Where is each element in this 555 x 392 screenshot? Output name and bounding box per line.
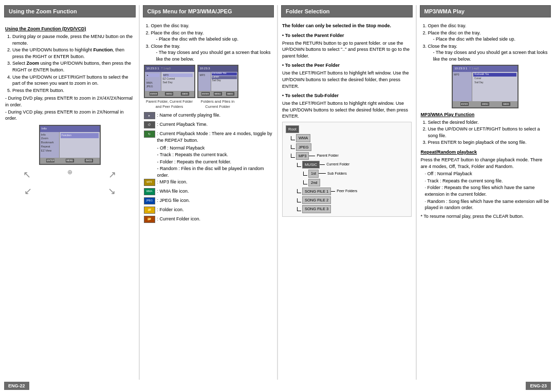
peer-folder-title: • To select the Peer Folder: [282, 62, 412, 69]
mp3-content: Open the disc tray. Place the disc on th…: [420, 21, 551, 380]
bullet-play: ▸ : Name of currently playing file.: [144, 112, 273, 119]
bullet-folder: 📁 : Folder icon.: [144, 207, 273, 214]
zoom-arrows: ↖ ⊕ ↗: [5, 168, 135, 181]
wma-file-icon: WMA: [144, 188, 155, 195]
zoom-step-5: Press the ENTER button.: [12, 87, 135, 94]
mp3-function-title: MP3/WMA Play Function: [421, 111, 550, 118]
bullet-curfolder: 📂 : Current Folder icon.: [144, 216, 273, 223]
clips-header: Clips Menu for MP3/WMA/JPEG: [143, 5, 274, 17]
jpeg-file-icon: JPEG: [144, 197, 155, 204]
bullet-wma-text: : WMA file icon.: [157, 188, 189, 195]
resume-note: * To resume normal play, press the CLEAR…: [421, 213, 550, 220]
zoom-note-dvd: - During DVD play, press ENTER to zoom i…: [5, 95, 135, 108]
clips-diagram-right: 10:23:3 MP3 Rockwalk You Cursor: [197, 65, 238, 110]
col-folder: Folder Selection The folder can only be …: [281, 5, 413, 380]
zoom-diagram: Info Info Zoom Bookmark Repeat EZ View: [39, 125, 101, 165]
peer-folder-text: Use the LEFT/RIGHT buttons to highlight …: [282, 70, 412, 89]
arrow-nw: ↖: [23, 168, 31, 181]
bullet-clock: ⏱ : Current Playback Time.: [144, 121, 273, 128]
zoom-step-4: Use the UP/DOWN or LEFT/RIGHT buttons to…: [12, 74, 135, 87]
sub-folder-text: Use the LEFT/RIGHT buttons to highlight …: [282, 100, 412, 120]
clips-content: Open the disc tray. Place the disc on th…: [143, 21, 274, 380]
clips-step-2: Place the disc on the tray. - Place the …: [151, 30, 273, 43]
repeat-note-off: · Off : Normal Playback: [425, 171, 550, 177]
tree-wma: WMA: [296, 134, 310, 142]
parent-folder-label: Parent Folder: [317, 153, 338, 159]
repeat-note-folder: · Folder : Repeats the song files which …: [425, 184, 550, 197]
mode-note-random: - Random : Files in the disc will be pla…: [157, 165, 273, 179]
zoom-notes: - During DVD play, press ENTER to zoom i…: [5, 95, 135, 121]
footer: ENG-22 ENG-23: [0, 380, 555, 392]
bullet-mode-text: : Current Playback Mode : There are 4 mo…: [157, 130, 273, 144]
col-mp3: MP3/WMA Play Open the disc tray. Place t…: [420, 5, 551, 380]
current-folder-label: Current Folder: [326, 162, 349, 167]
parent-folder-text: Press the RETURN button to go to parent …: [282, 40, 412, 60]
page: Using the Zoom Function Using the Zoom F…: [0, 0, 555, 392]
folder-header: Folder Selection: [281, 5, 413, 17]
arrow-ne: ↗: [108, 168, 116, 181]
bullet-jpeg-text: : JPEG file icon.: [157, 197, 190, 204]
mp3-steps: Open the disc tray. Place the disc on th…: [421, 23, 550, 63]
clips-step-1: Open the disc tray.: [151, 23, 273, 29]
clips-steps: Open the disc tray. Place the disc on th…: [144, 23, 273, 63]
mode-icon: ↻: [144, 130, 155, 138]
folder-content: The folder can only be selected in the S…: [281, 21, 413, 380]
zoom-note-vcd: - During VCD play, press ENTER to zoom i…: [5, 109, 135, 122]
mp3-screen-diagram: 10:23:3 1T 1 mp3 MP3 Rockwalk You Cursor…: [452, 65, 519, 108]
zoom-arrows-bottom: ↙ ↘: [5, 184, 135, 198]
tree-jpeg: JPEG: [296, 143, 311, 151]
col-clips: Clips Menu for MP3/WMA/JPEG Open the dis…: [143, 5, 274, 380]
mp3-file-icon: MP3: [144, 179, 155, 186]
arrow-sw: ↙: [24, 184, 32, 198]
col-zoom: Using the Zoom Function Using the Zoom F…: [4, 5, 136, 380]
clips-caption-left: Parent Folder, Current Folderand Peer Fo…: [144, 99, 195, 109]
parent-folder-title: • To select the Parent Folder: [282, 32, 412, 39]
mp3-header: MP3/WMA Play: [420, 5, 551, 17]
repeat-title: Repeat/Random playback: [421, 149, 550, 156]
bullet-mp3-text: : MP3 file icon.: [157, 179, 188, 185]
zoom-steps: During play or pause mode, press the MEN…: [5, 33, 135, 94]
mode-notes: - Off : Normal Playback - Track : Repeat…: [144, 145, 273, 178]
bullet-jpeg: JPEG : JPEG file icon.: [144, 197, 273, 204]
tree-root: Root: [286, 125, 299, 133]
clips-diagram-container: 10:23:3 1T 1 mp3 ▸ .. WMA JPEG: [144, 65, 273, 110]
zoom-step-3: Select Zoom using the UP/DOWN buttons, t…: [12, 60, 135, 73]
zoom-content: Using the Zoom Function (DVD/VCD) During…: [4, 21, 136, 380]
mp3-step-2: Place the disc on the tray. - Place the …: [428, 30, 550, 43]
tree-music: MUSIC: [302, 161, 320, 169]
bullet-wma: WMA : WMA file icon.: [144, 188, 273, 195]
bullet-play-text: : Name of currently playing file.: [157, 112, 221, 119]
mp3-step-3: Close the tray. - The tray closes and yo…: [428, 43, 550, 63]
sub-folders-label: Sub Folders: [327, 171, 347, 177]
magnify-icon: ⊕: [67, 168, 72, 181]
repeat-note-random: · Random : Song files which have the sam…: [425, 198, 550, 211]
repeat-text: Press the REPEAT button to change playba…: [421, 157, 550, 170]
mp3-step-1: Open the disc tray.: [428, 23, 550, 29]
zoom-header: Using the Zoom Function: [4, 5, 136, 17]
zoom-subsection-title: Using the Zoom Function (DVD/VCD): [5, 26, 135, 32]
mode-note-off: - Off : Normal Playback: [157, 145, 273, 152]
clips-bullets: ▸ : Name of currently playing file. ⏱ : …: [144, 112, 273, 222]
clock-icon: ⏱: [144, 121, 155, 128]
bullet-mp3: MP3 : MP3 file icon.: [144, 179, 273, 186]
tree-1st: 1st: [308, 170, 319, 177]
tree-mp3: MP3: [296, 152, 309, 160]
left-page-num: ENG-22: [4, 382, 29, 390]
mp3-function-steps: Select the desired folder. Use the UP/DO…: [421, 119, 550, 146]
repeat-note-track: · Track : Repeats the current song file.: [425, 178, 550, 184]
arrow-se: ↘: [108, 184, 116, 198]
zoom-step-2: Use the UP/DOWN buttons to highlight Fun…: [12, 47, 135, 60]
folder-intro: The folder can only be selected in the S…: [282, 23, 412, 29]
mp3-func-step-1: Select the desired folder.: [428, 119, 550, 126]
mp3-func-step-3: Press ENTER to begin playback of the son…: [428, 139, 550, 146]
bullet-folder-text: : Folder icon.: [157, 207, 184, 213]
zoom-step-1: During play or pause mode, press the MEN…: [12, 33, 135, 46]
peer-folders-label: Peer Folders: [337, 189, 357, 194]
bullet-curfolder-text: : Current Folder icon.: [157, 216, 201, 222]
folder-icon: 📁: [144, 207, 155, 214]
mp3-func-step-2: Use the UP/DOWN or LEFT/RIGHT buttons to…: [428, 126, 550, 139]
mode-note-track: - Track : Repeats the current track.: [157, 152, 273, 158]
bullet-clock-text: : Current Playback Time.: [157, 121, 208, 128]
play-icon: ▸: [144, 112, 155, 119]
clips-step-3: Close the tray. - The tray closes and yo…: [151, 43, 273, 63]
